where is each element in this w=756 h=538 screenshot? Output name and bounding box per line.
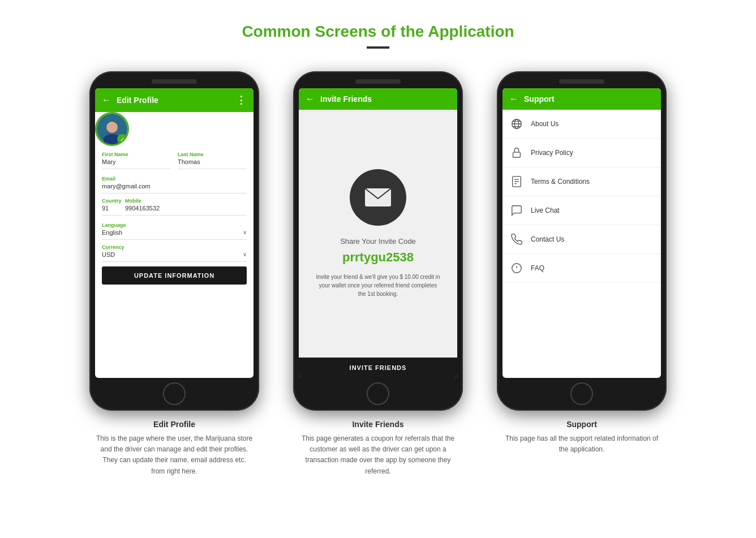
phone-invite-friends-shell: ← Invite Friends Share Your Invite Code … (293, 71, 463, 411)
invite-content: Share Your Invite Code prrtygu2538 Invit… (299, 110, 457, 358)
phone-invite-friends-col: ← Invite Friends Share Your Invite Code … (293, 71, 463, 477)
phone-icon (509, 232, 524, 247)
phone-edit-profile-shell: ← Edit Profile ⋮ ✓ (89, 71, 259, 411)
phone1-home-button[interactable] (163, 382, 186, 405)
language-label: Language (102, 222, 247, 228)
mobile-label: Mobile (125, 198, 247, 204)
phone-edit-profile-col: ← Edit Profile ⋮ ✓ (89, 71, 259, 477)
support-item-faq[interactable]: FAQ (502, 254, 661, 283)
lock-icon (509, 145, 524, 160)
phone-edit-profile-screen: ← Edit Profile ⋮ ✓ (95, 88, 254, 378)
invite-friends-button[interactable]: INVITE FRIENDS (299, 358, 457, 378)
mobile-field[interactable]: Mobile 9904163532 (125, 198, 247, 216)
svg-rect-6 (513, 152, 521, 157)
phone-support-col: ← Support About Us (497, 71, 667, 455)
language-dropdown: English ∨ (102, 228, 247, 236)
support-item-terms[interactable]: Terms & Conditions (502, 167, 661, 196)
page-title: Common Screens of the Application (11, 23, 745, 41)
support-caption-desc: This page has all the support related in… (502, 433, 661, 455)
currency-label: Currency (102, 244, 247, 250)
country-label: Country (102, 198, 122, 204)
support-back-arrow[interactable]: ← (509, 94, 518, 104)
first-name-label: First Name (102, 152, 171, 157)
support-privacy-policy-label: Privacy Policy (531, 149, 573, 157)
country-value: 91 (102, 205, 122, 212)
name-row: First Name Mary Last Name Thomas (102, 152, 247, 171)
mail-icon (350, 169, 406, 226)
edit-profile-back-arrow[interactable]: ← (102, 95, 111, 105)
edit-profile-caption-desc: This is the page where the user, the Mar… (95, 433, 254, 477)
country-field[interactable]: Country 91 (102, 198, 122, 216)
currency-field[interactable]: Currency USD ∨ (102, 244, 247, 262)
invite-description: Invite your friend & we'll give you $ 10… (310, 273, 446, 298)
support-faq-label: FAQ (531, 264, 544, 272)
support-item-privacy-policy[interactable]: Privacy Policy (502, 139, 661, 167)
support-live-chat-label: Live Chat (531, 206, 560, 214)
invite-friends-title: Invite Friends (320, 94, 450, 104)
support-item-live-chat[interactable]: Live Chat (502, 196, 661, 225)
email-field[interactable]: Email mary@gmail.com (102, 176, 247, 193)
support-item-about-us[interactable]: About Us (502, 110, 661, 139)
mobile-value: 9904163532 (125, 205, 247, 212)
mail-svg (364, 186, 392, 209)
invite-friends-back-arrow[interactable]: ← (306, 94, 315, 104)
country-mobile-row: Country 91 Mobile 9904163532 (102, 198, 247, 218)
support-title: Support (524, 94, 654, 104)
invite-friends-appbar: ← Invite Friends (299, 88, 457, 110)
chat-icon (509, 203, 524, 218)
support-contact-us-label: Contact Us (531, 235, 564, 243)
edit-profile-caption-title: Edit Profile (153, 420, 195, 429)
last-name-value: Thomas (178, 158, 247, 165)
edit-profile-menu-dots[interactable]: ⋮ (236, 94, 247, 106)
currency-value: USD (102, 251, 115, 258)
phone-invite-friends-screen: ← Invite Friends Share Your Invite Code … (299, 88, 457, 378)
email-value: mary@gmail.com (102, 183, 247, 190)
last-name-label: Last Name (178, 152, 247, 157)
profile-form: First Name Mary Last Name Thomas Email m… (95, 146, 254, 378)
currency-dropdown-arrow: ∨ (243, 251, 247, 257)
avatar[interactable]: ✓ (95, 112, 129, 146)
globe-icon (509, 117, 524, 131)
phone2-home-button[interactable] (367, 382, 389, 405)
avatar-check-icon: ✓ (117, 134, 127, 144)
invite-code: prrtygu2538 (342, 250, 414, 265)
support-about-us-label: About Us (531, 120, 559, 128)
invite-share-text: Share Your Invite Code (340, 237, 416, 246)
first-name-field[interactable]: First Name Mary (102, 152, 171, 169)
phone3-home-button[interactable] (570, 382, 593, 405)
document-icon (509, 174, 524, 189)
support-list: About Us Privacy Policy Te (502, 110, 661, 378)
avatar-head (106, 122, 118, 133)
language-dropdown-arrow: ∨ (243, 229, 247, 235)
update-information-button[interactable]: UPDATE INFORMATION (102, 266, 247, 285)
first-name-value: Mary (102, 158, 171, 165)
email-label: Email (102, 176, 247, 182)
info-icon (509, 261, 524, 276)
support-terms-label: Terms & Conditions (531, 178, 590, 186)
language-field[interactable]: Language English ∨ (102, 222, 247, 240)
edit-profile-appbar: ← Edit Profile ⋮ (95, 88, 254, 112)
phone-support-screen: ← Support About Us (502, 88, 661, 378)
support-item-contact-us[interactable]: Contact Us (502, 225, 661, 254)
phone-support-shell: ← Support About Us (497, 71, 667, 411)
language-value: English (102, 229, 122, 236)
invite-friends-caption-title: Invite Friends (352, 420, 403, 429)
title-divider (367, 46, 389, 49)
last-name-field[interactable]: Last Name Thomas (178, 152, 247, 169)
avatar-section: ✓ (95, 112, 254, 146)
support-caption-title: Support (566, 420, 597, 429)
currency-dropdown: USD ∨ (102, 250, 247, 258)
support-appbar: ← Support (502, 88, 661, 110)
invite-friends-caption-desc: This page generates a coupon for referra… (299, 433, 457, 477)
phones-row: ← Edit Profile ⋮ ✓ (11, 71, 745, 477)
edit-profile-title: Edit Profile (117, 96, 236, 105)
